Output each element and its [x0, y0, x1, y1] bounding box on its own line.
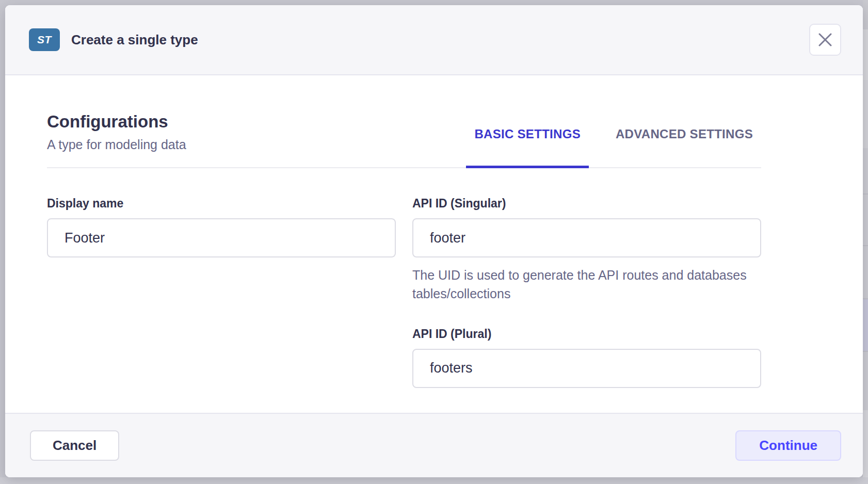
- cancel-button[interactable]: Cancel: [30, 430, 119, 461]
- background-row-divider: [863, 245, 868, 246]
- api-id-singular-input[interactable]: [412, 218, 761, 257]
- single-type-badge: ST: [29, 28, 60, 51]
- section-title: Configurations: [47, 111, 186, 132]
- configuration-form: Display name API ID (Singular) The UID i…: [47, 197, 761, 388]
- modal-title: Create a single type: [71, 32, 198, 48]
- background-row-divider: [863, 351, 868, 352]
- continue-button[interactable]: Continue: [735, 430, 841, 461]
- close-icon: [818, 33, 832, 46]
- section-head: Configurations A type for modeling data …: [47, 111, 761, 168]
- api-id-plural-label: API ID (Plural): [412, 327, 761, 341]
- display-name-input[interactable]: [47, 218, 396, 257]
- modal-header: ST Create a single type: [5, 5, 863, 75]
- background-band: [863, 29, 868, 80]
- create-single-type-modal: ST Create a single type Configurations A…: [5, 5, 863, 477]
- display-name-label: Display name: [47, 197, 396, 211]
- background-row-divider: [863, 298, 868, 299]
- api-id-singular-label: API ID (Singular): [412, 197, 761, 211]
- modal-body: Configurations A type for modeling data …: [5, 75, 863, 413]
- background-band: [863, 410, 868, 477]
- tab-basic-settings[interactable]: BASIC SETTINGS: [466, 127, 589, 167]
- dimmed-background-strip: [0, 477, 868, 484]
- section-titles: Configurations A type for modeling data: [47, 111, 186, 167]
- modal-header-left: ST Create a single type: [29, 28, 198, 51]
- display-name-field: Display name: [47, 197, 396, 303]
- api-id-plural-input[interactable]: [412, 349, 761, 388]
- background-band: [863, 298, 868, 351]
- modal-footer: Cancel Continue: [5, 413, 863, 477]
- background-band: [863, 80, 868, 148]
- api-id-plural-field: API ID (Plural): [412, 327, 761, 388]
- background-band: [863, 0, 868, 29]
- close-button[interactable]: [809, 24, 841, 56]
- api-id-singular-field: API ID (Singular) The UID is used to gen…: [412, 197, 761, 303]
- background-row-divider: [863, 193, 868, 195]
- section-subtitle: A type for modeling data: [47, 136, 186, 153]
- tab-advanced-settings[interactable]: ADVANCED SETTINGS: [607, 127, 761, 167]
- api-id-singular-hint: The UID is used to generate the API rout…: [412, 266, 748, 303]
- dimmed-background-strip: [863, 0, 868, 484]
- settings-tabs: BASIC SETTINGS ADVANCED SETTINGS: [466, 127, 761, 167]
